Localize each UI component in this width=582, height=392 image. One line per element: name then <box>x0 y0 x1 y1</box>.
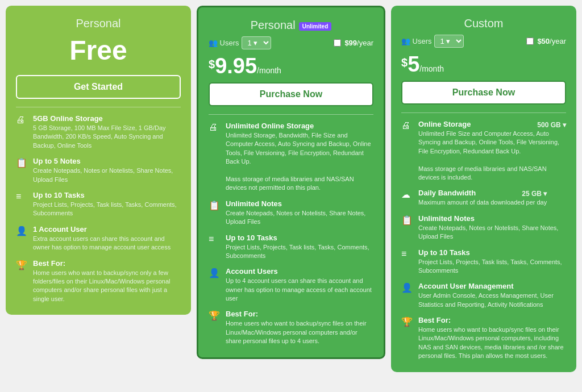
feature-content: Unlimited NotesCreate Notepads, Notes or… <box>226 199 373 227</box>
feature-item: 📋Unlimited NotesCreate Notepads, Notes o… <box>209 199 373 227</box>
feature-title-text: Daily Bandwidth <box>418 189 476 197</box>
feature-title-text: Account User Management <box>418 282 514 290</box>
feature-title-text: 1 Account User <box>33 225 87 233</box>
feature-content: Up to 10 TasksProject Lists, Projects, T… <box>33 191 181 218</box>
feature-content: Best For:Home users who want to backup/s… <box>33 259 181 304</box>
plan-title-row: Custom <box>401 17 566 32</box>
feature-desc: Project Lists, Projects, Task lists, Tas… <box>418 258 566 276</box>
feature-content: Up to 10 TasksProject Lists, Projects, T… <box>226 233 373 261</box>
feature-title-text: Unlimited Notes <box>418 214 475 223</box>
feature-icon: 🖨 <box>209 122 220 132</box>
feature-title-row: Online Storage500 GB ▾ <box>418 120 566 130</box>
feature-title-text: Best For: <box>418 316 451 324</box>
feature-icon: ☁ <box>401 189 413 200</box>
purchase-button[interactable]: Purchase Now <box>209 82 373 106</box>
feature-item: 🖨Unlimited Online StorageUnlimited Stora… <box>209 122 373 193</box>
feature-title-text: Best For: <box>226 310 258 318</box>
plan-title-row: Personal <box>16 17 181 32</box>
feature-desc: Maximum amount of data downloaded per da… <box>418 198 547 207</box>
feature-icon: 🏆 <box>209 310 220 321</box>
yearly-price-label: $50/year <box>537 37 566 45</box>
plan-title: Personal <box>76 17 121 30</box>
feature-item: 👤Account User ManagementUser Admin Conso… <box>401 282 566 309</box>
feature-title-text: 5GB Online Storage <box>33 114 103 123</box>
feature-title-row: Up to 10 Tasks <box>33 191 181 201</box>
feature-icon: 📋 <box>209 200 220 211</box>
feature-list: 🖨5GB Online Storage5 GB Storage, 100 MB … <box>16 114 181 303</box>
feature-icon: 📋 <box>401 215 413 226</box>
feature-title-row: Unlimited Notes <box>418 214 566 224</box>
divider <box>401 112 566 113</box>
feature-desc: Create Notepads, Notes or Notelists, Sha… <box>418 224 566 241</box>
plan-title-row: PersonalUnlimited <box>209 19 373 34</box>
feature-title-text: Up to 10 Tasks <box>418 248 470 257</box>
feature-title-row: Best For: <box>226 310 373 319</box>
feature-desc: Create Notepads, Notes or Notelists, Sha… <box>226 209 373 227</box>
price-main: $5/month <box>401 53 444 75</box>
price-row: $9.95/month <box>209 55 373 77</box>
feature-title-row: Account Users <box>226 267 373 277</box>
feature-item: ☁Daily Bandwidth25 GB ▾Maximum amount of… <box>401 189 566 207</box>
feature-icon: 🖨 <box>401 120 413 131</box>
feature-desc: User Admin Console, Access Management, U… <box>418 291 566 309</box>
feature-list: 🖨Unlimited Online StorageUnlimited Stora… <box>209 122 373 346</box>
users-row: 👥 Users1 ▾$99/year <box>209 36 373 49</box>
users-select[interactable]: 1 ▾ <box>242 36 271 49</box>
feature-desc: Unlimited File Size and Computer Access,… <box>418 130 566 182</box>
feature-value[interactable]: 25 GB ▾ <box>522 190 547 198</box>
feature-item: 👤1 Account UserExtra account users can s… <box>16 225 181 252</box>
feature-item: 📋Up to 5 NotesCreate Notepads, Notes or … <box>16 157 181 184</box>
purchase-button[interactable]: Purchase Now <box>401 81 566 105</box>
users-select[interactable]: 1 ▾ <box>434 35 464 48</box>
get-started-button[interactable]: Get Started <box>16 75 181 99</box>
feature-content: Daily Bandwidth25 GB ▾Maximum amount of … <box>418 189 547 207</box>
yearly-checkbox[interactable] <box>526 37 534 45</box>
users-label: 👥 Users1 ▾ <box>401 35 464 48</box>
price-row: $5/month <box>401 53 566 75</box>
plan-card-custom: Custom👥 Users1 ▾$50/year$5/monthPurchase… <box>391 6 576 372</box>
feature-content: 1 Account UserExtra account users can sh… <box>33 225 181 252</box>
feature-value[interactable]: 500 GB ▾ <box>537 121 566 129</box>
feature-title-text: Up to 5 Notes <box>33 157 81 165</box>
feature-content: Unlimited NotesCreate Notepads, Notes or… <box>418 214 566 241</box>
feature-title-text: Best For: <box>33 259 65 268</box>
feature-icon: 📋 <box>16 157 27 168</box>
feature-icon: 👤 <box>16 226 27 236</box>
feature-title-row: Best For: <box>33 259 181 269</box>
feature-desc: Up to 4 account users can share this acc… <box>226 277 373 303</box>
feature-icon: ≡ <box>209 234 220 244</box>
plan-card-personal-unlimited: PersonalUnlimited👥 Users1 ▾$99/year$9.95… <box>197 6 385 359</box>
divider <box>209 114 373 115</box>
feature-title-text: Account Users <box>226 267 278 276</box>
feature-item: 📋Unlimited NotesCreate Notepads, Notes o… <box>401 214 566 241</box>
feature-content: Best For:Home users who want to backup/s… <box>418 316 566 361</box>
feature-item: 🏆Best For:Home users who want to backup/… <box>209 310 373 345</box>
plan-card-personal-free: PersonalFreeGet Started🖨5GB Online Stora… <box>6 6 191 315</box>
feature-icon: 👤 <box>401 282 413 293</box>
feature-item: 🖨Online Storage500 GB ▾Unlimited File Si… <box>401 120 566 182</box>
feature-desc: Unlimited Storage, Bandwidth, File Size … <box>226 131 373 193</box>
feature-icon: 🖨 <box>16 115 27 125</box>
yearly-checkbox[interactable] <box>334 39 341 47</box>
plan-title: Personal <box>251 19 296 32</box>
feature-desc: Home users who want to backup/sync files… <box>418 326 566 361</box>
feature-desc: Project Lists, Projects, Task lists, Tas… <box>226 243 373 261</box>
feature-title-text: Up to 10 Tasks <box>33 191 85 199</box>
feature-item: 👤Account UsersUp to 4 account users can … <box>209 267 373 303</box>
price-main: $9.95/month <box>209 55 281 77</box>
feature-title-row: Unlimited Online Storage <box>226 122 373 131</box>
feature-icon: 🏆 <box>16 260 27 270</box>
feature-icon: 👤 <box>209 268 220 278</box>
feature-item: ≡Up to 10 TasksProject Lists, Projects, … <box>16 191 181 218</box>
feature-desc: Create Notepads, Notes or Notelists, Sha… <box>33 166 181 184</box>
feature-desc: Home users who want to backup/sync only … <box>33 269 181 304</box>
feature-icon: ≡ <box>16 191 27 202</box>
feature-item: ≡Up to 10 TasksProject Lists, Projects, … <box>401 248 566 276</box>
feature-content: Up to 10 TasksProject Lists, Projects, T… <box>418 248 566 276</box>
feature-title-row: 1 Account User <box>33 225 181 235</box>
price-yearly: $99/year <box>334 39 373 47</box>
feature-content: Online Storage500 GB ▾Unlimited File Siz… <box>418 120 566 182</box>
plans-container: PersonalFreeGet Started🖨5GB Online Stora… <box>6 6 576 372</box>
feature-title-text: Online Storage <box>418 120 471 128</box>
feature-title-row: Up to 10 Tasks <box>226 233 373 243</box>
